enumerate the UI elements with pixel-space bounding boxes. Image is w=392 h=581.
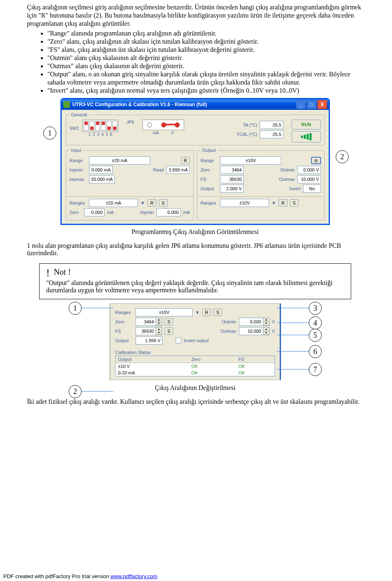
lead-line bbox=[81, 308, 114, 308]
table-row: ±10 VOKOK bbox=[116, 363, 275, 370]
cal-table: OutputZeroFS ±10 VOKOK 0-20 mAOKOK bbox=[115, 356, 275, 376]
inb-r-button[interactable]: R bbox=[147, 199, 156, 207]
outb-r-button[interactable]: R bbox=[278, 199, 287, 207]
lead-line bbox=[81, 391, 114, 392]
lead-line bbox=[277, 351, 310, 352]
titlebar[interactable]: UTR3-VC Configuration & Calibration V1.6… bbox=[62, 99, 329, 110]
bullet-item: "Zero" alanı, çıkış aralığının alt skala… bbox=[47, 38, 363, 46]
maximize-button[interactable]: □ bbox=[307, 100, 316, 109]
zero-label: Zero bbox=[200, 167, 218, 172]
mid-zero-s-button[interactable]: S bbox=[165, 318, 173, 325]
mid-fs-s-button[interactable]: S bbox=[165, 327, 173, 335]
inb-ranges-value[interactable]: ±20 mA bbox=[89, 199, 138, 207]
output-bottom-group: Ranges±10V▼RS bbox=[197, 197, 325, 220]
window-title: UTR3-VC Configuration & Calibration V1.6… bbox=[72, 102, 296, 107]
callout-m7: 7 bbox=[309, 363, 322, 376]
mid-outmax-label: Outmax bbox=[220, 329, 236, 334]
mid-ranges-value[interactable]: ±10V bbox=[136, 308, 193, 316]
caption-1: Programlanmış Çıkış Aralığının Görüntüle… bbox=[27, 228, 363, 236]
output-range-value: ±10V bbox=[220, 156, 281, 165]
output-group: Output Range±10VR Zero3464Outmin0.000 V … bbox=[197, 148, 325, 197]
outmin-value: 0.000 V bbox=[297, 166, 321, 174]
dip-num: 1 bbox=[89, 132, 91, 137]
bars-icon[interactable] bbox=[292, 131, 321, 142]
invert-label: Invert bbox=[289, 186, 301, 191]
mid-panel: Ranges±10V▼RS Zero 3464▲▼ S Outmin 0.000… bbox=[109, 303, 281, 380]
outmax-value: 10.000 V bbox=[297, 175, 321, 183]
paragraph-1: 1 nolu alan programlanan çıkış aralığına… bbox=[27, 242, 363, 257]
mid-fs-label: FS bbox=[115, 329, 133, 334]
lead-line bbox=[277, 323, 310, 323]
mid-zero-spin[interactable]: 3464▲▼ bbox=[136, 318, 162, 326]
bullet-list: "Range" alanında programlanan çıkış aral… bbox=[35, 29, 363, 95]
output-legend: Output bbox=[200, 148, 217, 153]
sw1-label: SW1 bbox=[69, 126, 79, 131]
outb-s-button[interactable]: S bbox=[290, 199, 298, 207]
app-icon bbox=[63, 101, 70, 108]
inpmin-label: Inpmin bbox=[69, 167, 87, 172]
dip-num: 2 bbox=[93, 132, 95, 137]
bullet-item: "Range" alanında programlanan çıkış aral… bbox=[47, 29, 363, 38]
lead-line bbox=[277, 308, 310, 308]
mid-vu-label: V bbox=[272, 319, 275, 324]
inb-zero-label: Zero bbox=[69, 210, 82, 215]
mid-ranges-label: Ranges bbox=[115, 310, 133, 315]
input-range-value: ±20 mA bbox=[89, 156, 150, 165]
callout-1: 1 bbox=[43, 127, 56, 140]
bullet-item: "Output" alanı, o an okunan giriş sinyal… bbox=[47, 70, 363, 87]
table-row: 0-20 mAOKOK bbox=[116, 370, 275, 376]
callout-m3: 3 bbox=[309, 302, 322, 315]
mid-invert-label: Invert output bbox=[184, 338, 209, 343]
jp6-jumper bbox=[143, 120, 184, 130]
dip-num: 6 bbox=[110, 132, 112, 137]
input-group: Input Range±20 mAR Inpmin0.000 mARead3.9… bbox=[66, 148, 194, 197]
minimize-button[interactable]: _ bbox=[296, 100, 306, 109]
note-bang: ! bbox=[46, 267, 50, 279]
general-group: General SW1 1 2 3 4 bbox=[66, 112, 325, 145]
mid-zero-label: Zero bbox=[115, 319, 133, 324]
input-legend: Input bbox=[69, 148, 82, 153]
mid-s-button[interactable]: S bbox=[214, 309, 222, 316]
zero-value: 3464 bbox=[220, 166, 244, 174]
cal-th-output: Output bbox=[116, 356, 189, 363]
mid-fs-spin[interactable]: 36630▲▼ bbox=[136, 327, 162, 335]
input-r-button[interactable]: R bbox=[181, 157, 190, 164]
jp6-label: JP6 bbox=[127, 120, 134, 125]
lead-line bbox=[277, 369, 310, 370]
inb-inpmin-value[interactable]: 0.000 bbox=[156, 208, 181, 216]
inpmax-value: 20.000 mA bbox=[89, 175, 115, 183]
app-window: UTR3-VC Configuration & Calibration V1.6… bbox=[60, 98, 330, 225]
output-value: 2.000 V bbox=[220, 185, 244, 193]
run-button[interactable]: RUN bbox=[292, 120, 321, 129]
read-label: Read bbox=[153, 167, 164, 172]
cal-status-label: Calibration Status bbox=[115, 350, 275, 355]
paragraph-2: İki adet fiziksel çıkış aralığı vardır. … bbox=[27, 398, 363, 405]
inb-ma2-label: mA bbox=[183, 210, 190, 215]
close-button[interactable]: X bbox=[317, 100, 327, 109]
callout-m1: 1 bbox=[69, 302, 82, 315]
cal-th-zero: Zero bbox=[189, 356, 236, 363]
dip-num: 5 bbox=[106, 132, 108, 137]
outb-ranges-value[interactable]: ±10V bbox=[220, 199, 269, 207]
callout-m2: 2 bbox=[69, 385, 82, 398]
mid-output-value: 1.999 V bbox=[136, 336, 163, 345]
inb-zero-value[interactable]: 0.000 bbox=[84, 208, 105, 216]
dip-num: 3 bbox=[97, 132, 100, 137]
output-r-button[interactable]: R bbox=[311, 157, 321, 164]
invert-checkbox[interactable] bbox=[176, 338, 181, 343]
mid-outmin-spin[interactable]: 0.000▲▼ bbox=[239, 318, 270, 326]
bullet-item: "Invert" alanı, çıkış aralığının normal … bbox=[47, 87, 363, 95]
outmin-label: Outmin bbox=[281, 167, 295, 172]
jp6-v-label: V bbox=[171, 131, 174, 135]
outmax-label: Outmax bbox=[279, 177, 295, 182]
dip-num: 4 bbox=[101, 132, 104, 137]
mid-r-button[interactable]: R bbox=[202, 309, 211, 316]
note-title: Not ! bbox=[54, 267, 71, 276]
inb-s-button[interactable]: S bbox=[159, 199, 167, 207]
bullet-item: "Outmin" alanı çıkış skalasının alt değe… bbox=[47, 54, 363, 62]
mid-outmax-spin[interactable]: 10.000▲▼ bbox=[239, 327, 270, 335]
output-label: Output bbox=[200, 186, 218, 191]
invert-value: No bbox=[303, 185, 321, 193]
bullet-item: "Outmax" alanı çıkış skalasının alt değe… bbox=[47, 62, 363, 70]
callout-m4: 4 bbox=[309, 316, 322, 329]
